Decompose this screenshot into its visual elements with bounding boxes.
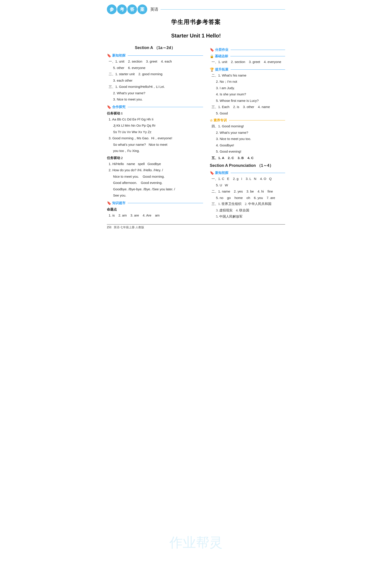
task2-line-4: Good afternoon. Good evening. xyxy=(113,180,203,186)
layers-icon: 🔖 xyxy=(210,48,214,52)
ti-sheng-line-3: 3. I am Judy. xyxy=(216,85,285,91)
star-icon: ☆ xyxy=(210,118,213,122)
task1-line-5: So what's your name? Nice to meet xyxy=(113,142,203,147)
lock-icon: 🔒 xyxy=(210,54,214,58)
su-yang-line-4: 4. Goodbye! xyxy=(216,142,285,148)
ti-sheng-line-1: 二、1. What's his name xyxy=(211,72,285,78)
left-column: Section A （1a～2d） 🔖 新知初探 一、1. unit 2. se… xyxy=(107,45,203,219)
su-yang-line-2: 2. What's your name? xyxy=(216,130,285,136)
task2-heading: 任务驱动 2 xyxy=(107,156,203,160)
ti-sheng-label: 🏆 提升拓展 xyxy=(210,67,285,72)
section-b-title: Section A Pronunciation （1～4） xyxy=(210,163,285,168)
sb-line-7: 5. 中国人民解放军 xyxy=(216,214,285,220)
ji-chu-label: 🔒 基础达标 xyxy=(210,54,285,58)
up-icon: 🏆 xyxy=(210,67,214,72)
sb-line-5: 三、1. 世界卫生组织 2. 中华人民共和国 xyxy=(211,201,285,207)
badge-1: 参 xyxy=(107,4,117,14)
zhi-shi-label: 🔖 知识超市 xyxy=(107,201,203,205)
section-b-xin-zhi-label: 🔖 新知初探 xyxy=(210,171,285,175)
footer-text: 英语·七年级上册·人教版 xyxy=(114,225,144,229)
fen-ceng-label: 🔖 分层作业 xyxy=(210,48,285,52)
task1-line-4: 3. Good morning，Ms Gao. Hi，everyone! xyxy=(109,135,203,141)
ming-ti-heading: 命题点 xyxy=(107,207,203,212)
task2-line-3: Nice to meet you. Good morning. xyxy=(113,174,203,179)
main-content: Section A （1a～2d） 🔖 新知初探 一、1. unit 2. se… xyxy=(107,45,285,220)
ti-sheng-line-2: 2. No；I'm not xyxy=(216,79,285,85)
task2-line-1: 1. Hi/Hello name spell Goodbye xyxy=(109,161,203,167)
xin-zhi-line-6: 2. What's your name? xyxy=(113,90,203,96)
xin-zhi-line-2: 5. other 6. everyone xyxy=(113,65,203,71)
badge-2: 考 xyxy=(117,4,127,14)
task1-line-2: Jj Kk Ll Mm Nn Oo Pp Qq Rr xyxy=(113,123,203,129)
task2-line-5: Goodbye. /Bye-bye. /Bye. /See you later.… xyxy=(113,186,203,192)
bookmark-icon-2: 🔖 xyxy=(107,105,111,109)
task1-line-3: Ss Tt Uu Vv Ww Xx Yy Zz xyxy=(113,129,203,135)
ti-sheng-line-7: 5. Good xyxy=(216,111,285,116)
sb-line-4: 5. no go home oh 6. you 7. are xyxy=(216,195,285,201)
su-yang-line-3: 3. Nice to meet you too. xyxy=(216,136,285,142)
page-footer: 251 英语·七年级上册·人教版 xyxy=(107,224,285,229)
sb-line-1: 一、1. C E 2. g i 3. L N 4. O Q xyxy=(211,176,285,182)
xin-zhi-line-1: 一、1. unit 2. section 3. greet 4. each xyxy=(109,58,203,64)
page-header: 参 考 答 案 英语 xyxy=(107,4,285,14)
su-yang-line-5: 5. Good evening! xyxy=(216,149,285,154)
xin-zhi-line-7: 3. Nice to meet you. xyxy=(113,97,203,102)
xin-zhi-line-4: 3. each other xyxy=(113,78,203,83)
logo: 参 考 答 案 英语 xyxy=(107,4,158,14)
task2-line-6: See you. xyxy=(113,192,203,198)
right-column: 🔖 分层作业 🔒 基础达标 一、1. unit 2. section 3. gr… xyxy=(210,45,285,220)
xin-zhi-label: 🔖 新知初探 xyxy=(107,54,203,58)
shop-icon: 🔖 xyxy=(107,201,111,205)
unit-title: Starter Unit 1 Hello! xyxy=(107,33,285,39)
task1-line-1: 1. Aa Bb Cc Dd Ee Ff Gg Hh Ii xyxy=(109,116,203,122)
sb-line-2: 5. U W xyxy=(216,182,285,188)
ming-ti-line-1: 1. is 2. am 3. are 4. Are am xyxy=(109,213,203,218)
page-number: 251 xyxy=(107,226,112,229)
su-yang-line-6: 五、1. A 2. C 3. B 4. C xyxy=(211,155,285,161)
task1-heading: 任务驱动 1 xyxy=(107,111,203,116)
xin-zhi-line-5: 三、1. Good morning/Hello/Hi，Li Lei. xyxy=(109,84,203,90)
xin-zhi-line-3: 二、1. starter unit 2. good morning xyxy=(109,71,203,77)
he-zuo-label: 🔖 合作探究 xyxy=(107,105,203,109)
badge-4: 案 xyxy=(138,4,147,14)
su-yang-label: ☆ 素养专训 xyxy=(210,118,285,122)
sb-line-3: 二、1. name 2. yes 3. be 4. hi fine xyxy=(211,188,285,194)
sb-line-6: 3. 虚拟现实 4. 联合国 xyxy=(216,208,285,213)
ti-sheng-line-4: 4. Is she your mum? xyxy=(216,91,285,97)
main-title: 学生用书参考答案 xyxy=(107,18,285,26)
task1-line-6: you too，Fu Xing. xyxy=(113,148,203,154)
task2-line-2: 2. How do you do? /Hi. /Hello. /Hey. / xyxy=(109,167,203,173)
ti-sheng-line-5: 5. Whose first name is Lucy? xyxy=(216,98,285,104)
bookmark-icon-3: 🔖 xyxy=(210,171,214,175)
bookmark-icon: 🔖 xyxy=(107,54,111,58)
ti-sheng-line-6: 三、1. Each 2. is 3. other 4. name xyxy=(211,104,285,110)
badge-3: 答 xyxy=(127,4,137,14)
su-yang-line-1: 四、1. Good morning! xyxy=(211,123,285,129)
header-english: 英语 xyxy=(150,7,158,12)
header-line xyxy=(161,9,285,10)
section-a-heading: Section A （1a～2d） xyxy=(107,45,203,50)
ji-chu-line-1: 一、1. unit 2. section 3. greet 4. everyon… xyxy=(211,59,285,65)
